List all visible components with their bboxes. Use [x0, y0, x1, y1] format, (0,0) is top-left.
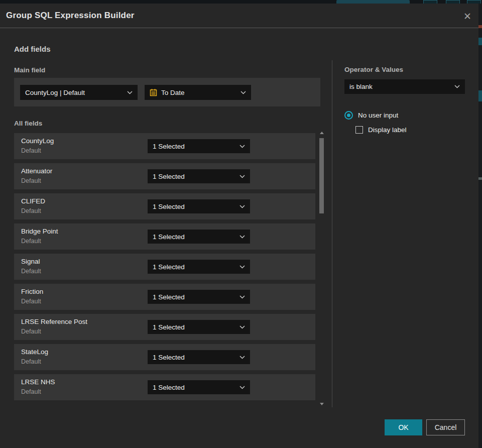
field-values-select[interactable]: 1 Selected: [148, 139, 250, 153]
field-values-select[interactable]: 1 Selected: [148, 260, 250, 274]
field-values-select[interactable]: 1 Selected: [148, 230, 250, 244]
field-row: CountyLog Default 1 Selected: [14, 133, 315, 159]
chevron-down-icon: [239, 145, 245, 148]
live-view-button[interactable]: Live view: [336, 0, 410, 4]
group-sql-expression-builder-dialog: Group SQL Expression Builder ✕ Add field…: [0, 4, 478, 448]
field-values-select[interactable]: 1 Selected: [148, 350, 250, 364]
all-fields-label: All fields: [14, 120, 42, 127]
all-fields-list: CountyLog Default 1 Selected Attenuator …: [14, 133, 315, 404]
field-values-select-value: 1 Selected: [153, 173, 239, 180]
screen: Live view Group SQL Expression Builder ✕…: [0, 0, 482, 448]
field-row: StateLog Default 1 Selected: [14, 344, 315, 370]
field-values-select-value: 1 Selected: [153, 263, 239, 271]
list-scrollbar[interactable]: [319, 130, 325, 406]
field-values-select[interactable]: 1 Selected: [148, 169, 250, 183]
calendar-icon: [150, 88, 157, 96]
field-name: LRSE NHS: [21, 378, 55, 386]
field-name: LRSE Reference Post: [21, 318, 87, 325]
no-user-input-radio[interactable]: No user input: [344, 111, 398, 120]
background-toolbar-button: [423, 0, 437, 4]
close-icon[interactable]: ✕: [460, 9, 475, 24]
background-fragment: [478, 177, 482, 180]
field-row: Signal Default 1 Selected: [14, 254, 315, 280]
background-app-top-strip: Live view: [0, 0, 482, 4]
background-fragment: [478, 38, 482, 45]
background-fragment: [478, 25, 482, 28]
ok-button[interactable]: OK: [385, 419, 422, 435]
radio-selected-icon[interactable]: [344, 111, 353, 120]
field-name: StateLog: [21, 348, 48, 356]
dialog-header: Group SQL Expression Builder ✕: [0, 4, 478, 28]
background-app-right-strip: [478, 4, 482, 448]
scroll-down-icon[interactable]: [320, 403, 324, 405]
chevron-down-icon: [239, 325, 245, 329]
field-name: CountyLog: [21, 137, 54, 145]
field-row: LRSE Reference Post Default 1 Selected: [14, 314, 315, 340]
scroll-up-icon[interactable]: [320, 132, 324, 134]
field-dataset: Default: [21, 177, 41, 184]
field-row: Attenuator Default 1 Selected: [14, 163, 315, 189]
cancel-button[interactable]: Cancel: [426, 419, 465, 435]
chevron-down-icon: [239, 235, 245, 239]
field-dataset: Default: [21, 358, 41, 365]
chevron-down-icon: [239, 356, 245, 359]
main-field-type-select[interactable]: To Date: [145, 85, 251, 100]
field-values-select-value: 1 Selected: [153, 293, 239, 301]
main-field-select[interactable]: CountyLog | Default: [20, 85, 138, 100]
field-values-select-value: 1 Selected: [153, 203, 239, 210]
main-field-select-value: CountyLog | Default: [25, 89, 127, 96]
field-dataset: Default: [21, 298, 41, 305]
field-values-select[interactable]: 1 Selected: [148, 380, 250, 394]
field-values-select[interactable]: 1 Selected: [148, 290, 250, 304]
field-dataset: Default: [21, 207, 41, 214]
background-toolbar-button: [446, 0, 460, 4]
display-label-checkbox[interactable]: Display label: [355, 126, 407, 134]
field-dataset: Default: [21, 328, 41, 335]
add-fields-heading: Add fields: [14, 45, 51, 53]
field-name: Bridge Point: [21, 228, 58, 235]
chevron-down-icon: [240, 91, 246, 94]
chevron-down-icon: [454, 85, 460, 88]
field-dataset: Default: [21, 268, 41, 275]
operator-values-label: Operator & Values: [344, 66, 403, 73]
chevron-down-icon: [239, 265, 245, 269]
field-values-select-value: 1 Selected: [153, 354, 239, 361]
field-name: Friction: [21, 288, 43, 295]
field-name: Attenuator: [21, 167, 52, 175]
operator-select-value: is blank: [349, 83, 454, 90]
chevron-down-icon: [239, 175, 245, 178]
checkbox-unchecked-icon[interactable]: [355, 126, 363, 134]
main-field-type-value: To Date: [161, 89, 236, 96]
field-values-select[interactable]: 1 Selected: [148, 320, 250, 334]
field-row: Bridge Point Default 1 Selected: [14, 223, 315, 250]
field-values-select-value: 1 Selected: [153, 323, 239, 331]
field-values-select[interactable]: 1 Selected: [148, 199, 250, 213]
main-field-label: Main field: [14, 66, 45, 74]
field-dataset: Default: [21, 147, 41, 154]
field-name: CLIFED: [21, 197, 45, 205]
field-row: Friction Default 1 Selected: [14, 284, 315, 310]
field-values-select-value: 1 Selected: [153, 143, 239, 150]
main-field-panel: CountyLog | Default To Date: [14, 78, 320, 106]
background-fragment: [478, 90, 482, 101]
header-divider: [0, 28, 478, 28]
background-toolbar-button: [467, 0, 481, 4]
chevron-down-icon: [239, 386, 245, 389]
display-label-label[interactable]: Display label: [368, 126, 407, 134]
field-name: Signal: [21, 258, 40, 265]
field-values-select-value: 1 Selected: [153, 233, 239, 241]
field-dataset: Default: [21, 238, 41, 245]
scrollbar-thumb[interactable]: [319, 138, 324, 213]
field-values-select-value: 1 Selected: [153, 384, 239, 391]
field-row: CLIFED Default 1 Selected: [14, 193, 315, 219]
operator-select[interactable]: is blank: [344, 79, 465, 94]
chevron-down-icon: [127, 91, 133, 94]
chevron-down-icon: [239, 205, 245, 208]
chevron-down-icon: [239, 295, 245, 299]
field-row: LRSE NHS Default 1 Selected: [14, 374, 315, 400]
dialog-title: Group SQL Expression Builder: [6, 4, 135, 28]
panel-divider: [332, 60, 332, 407]
no-user-input-label[interactable]: No user input: [358, 111, 398, 119]
field-dataset: Default: [21, 388, 41, 395]
